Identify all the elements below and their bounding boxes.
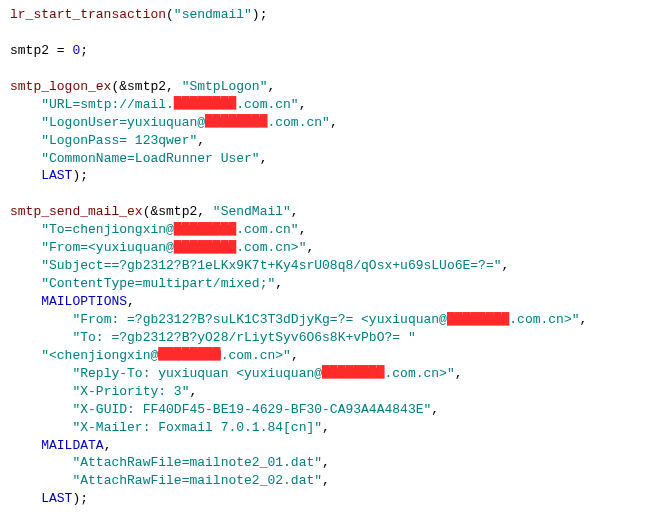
string-literal: .com.cn>" [221,348,291,363]
string-literal: "Reply-To: yuxiuquan <yuxiuquan@ [72,366,322,381]
string-literal: "CommonName=LoadRunner User" [41,151,259,166]
redaction: ████████ [174,243,236,253]
string-literal: .com.cn" [236,97,298,112]
string-literal: "LogonPass= 123qwer" [41,133,197,148]
kw-mailoptions: MAILOPTIONS [41,294,127,309]
kw-maildata: MAILDATA [41,438,103,453]
string-literal: "sendmail" [174,7,252,22]
string-literal: "AttachRawFile=mailnote2_01.dat" [72,455,322,470]
string-literal: "<chenjiongxin@ [41,348,158,363]
string-literal: "AttachRawFile=mailnote2_02.dat" [72,473,322,488]
kw-last: LAST [41,168,72,183]
string-literal: "X-Mailer: Foxmail 7.0.1.84[cn]" [72,420,322,435]
string-literal: "From: =?gb2312?B?suLK1C3T3dDjyKg=?= <yu… [72,312,446,327]
number-zero: 0 [72,43,80,58]
fn-lr-start-transaction: lr_start_transaction [10,7,166,22]
args: (&smtp2, [111,79,181,94]
fn-smtp-send-mail-ex: smtp_send_mail_ex [10,204,143,219]
string-literal: "ContentType=multipart/mixed;" [41,276,275,291]
redaction: ████████ [447,315,509,325]
string-literal: "To: =?gb2312?B?yO28/rLiytSyv6O6s8K+vPbO… [72,330,415,345]
redaction: ████████ [174,225,236,235]
string-literal: "X-Priority: 3" [72,384,189,399]
assign-smtp2: smtp2 = [10,43,72,58]
code-block: lr_start_transaction("sendmail"); smtp2 … [10,6,642,521]
string-literal: "SendMail" [213,204,291,219]
string-literal: .com.cn>" [509,312,579,327]
args: (&smtp2, [143,204,213,219]
kw-last: LAST [41,491,72,506]
string-literal: "Subject==?gb2312?B?1eLKx9K7t+Ky4srU08q8… [41,258,501,273]
string-literal: "URL=smtp://mail. [41,97,174,112]
redaction: ████████ [322,368,384,378]
redaction: ████████ [174,99,236,109]
redaction: ████████ [205,117,267,127]
string-literal: .com.cn" [267,115,329,130]
fn-smtp-logon-ex: smtp_logon_ex [10,79,111,94]
string-literal: "From=<yuxiuquan@ [41,240,174,255]
string-literal: "To=chenjiongxin@ [41,222,174,237]
string-literal: .com.cn>" [236,240,306,255]
string-literal: .com.cn>" [384,366,454,381]
string-literal: "SmtpLogon" [182,79,268,94]
string-literal: .com.cn" [236,222,298,237]
string-literal: "LogonUser=yuxiuquan@ [41,115,205,130]
string-literal: "X-GUID: FF40DF45-BE19-4629-BF30-CA93A4A… [72,402,431,417]
redaction: ████████ [158,350,220,360]
